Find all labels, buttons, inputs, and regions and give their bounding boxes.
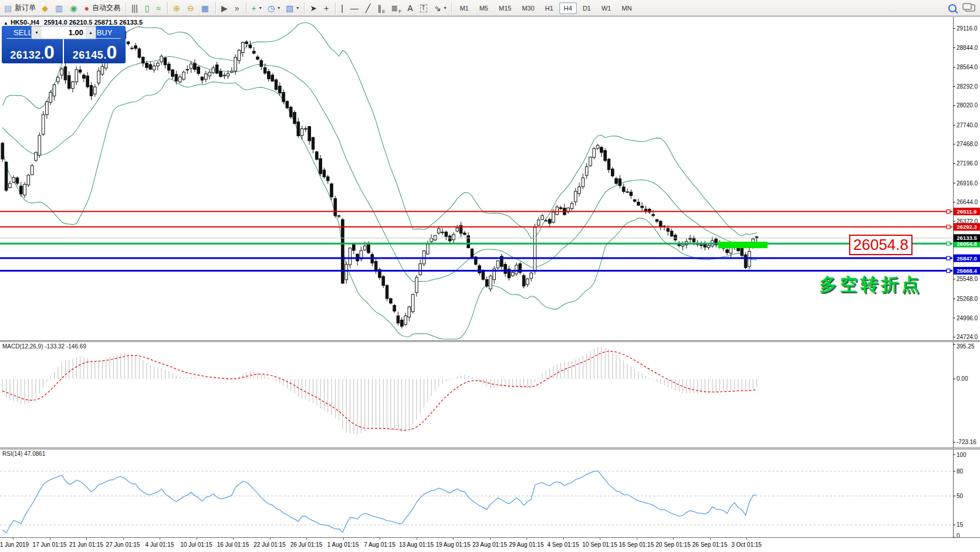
trendline-button[interactable]: ╱	[363, 1, 374, 15]
cursor-button[interactable]: ➤	[307, 1, 321, 15]
date-tick	[380, 538, 380, 540]
text-button[interactable]: A	[404, 1, 417, 15]
equidistant-channel-icon: ∥	[377, 4, 381, 12]
text-icon: A	[407, 4, 413, 12]
timeframe-m15[interactable]: M15	[494, 2, 516, 14]
date-label: 20 Sep 01:15	[655, 541, 691, 548]
candlestick-chart-button[interactable]: ▯	[142, 1, 154, 15]
hline-handle[interactable]	[947, 242, 950, 245]
indicators-icon: +	[252, 4, 256, 12]
turning-point-text[interactable]: 多空转折点	[819, 273, 922, 297]
svg-text:26916.0: 26916.0	[957, 180, 978, 187]
line-chart-button[interactable]: ≈	[154, 1, 165, 15]
zoom-in-button[interactable]: ⊕	[170, 1, 184, 15]
periods-icon: ◷	[268, 4, 275, 12]
date-label: 26 Jul 01:15	[290, 541, 323, 548]
auto-scroll-icon: ▶	[221, 4, 228, 12]
tile-windows-button[interactable]: ▦	[198, 1, 213, 15]
volume-increase-button[interactable]: ▲	[86, 26, 96, 39]
vertical-line-button[interactable]: |	[338, 1, 347, 15]
volume-decrease-button[interactable]: ▼	[32, 26, 42, 39]
timeframe-d1[interactable]: D1	[578, 2, 596, 14]
timeframe-m1[interactable]: M1	[455, 2, 473, 14]
toolbar-separator	[215, 2, 216, 14]
timeframe-w1[interactable]: W1	[597, 2, 616, 14]
date-tick	[197, 538, 197, 540]
timeframe-h1[interactable]: H1	[540, 2, 558, 14]
volume-input[interactable]	[42, 26, 86, 39]
svg-text:100: 100	[957, 452, 967, 458]
price-callout-box[interactable]: 26054.8	[849, 235, 913, 255]
timeframe-m30[interactable]: M30	[517, 2, 539, 14]
main-chart-panel[interactable]: 29116.028844.028564.028292.028020.027740…	[0, 17, 980, 340]
rsi-indicator-panel[interactable]: 1008050150 RSI(14) 47.0861	[0, 449, 980, 537]
toolbar-separator	[167, 2, 168, 14]
date-axis[interactable]: 11 Jun 201917 Jun 01:1521 Jun 01:1527 Ju…	[0, 537, 980, 552]
equidistant-channel-button[interactable]: ∥E	[374, 1, 388, 15]
search-icon[interactable]	[948, 4, 957, 12]
bar-chart-button[interactable]: |||	[129, 1, 142, 15]
date-label: 26 Sep 01:15	[692, 541, 728, 548]
fibonacci-sub-label: F	[398, 9, 401, 14]
auto-scroll-button[interactable]: ▶	[218, 1, 232, 15]
date-tick	[270, 538, 271, 540]
templates-button[interactable]: ▧▾	[283, 1, 302, 15]
fibonacci-button[interactable]: ≣F	[388, 1, 405, 15]
arrows-button[interactable]: ⇘▾	[431, 1, 450, 15]
date-tick	[86, 538, 87, 540]
toolbar-separator	[126, 2, 126, 14]
arrows-icon: ⇘	[434, 4, 441, 12]
timeframe-mn[interactable]: MN	[617, 2, 636, 14]
svg-text:28564.0: 28564.0	[957, 64, 978, 70]
date-label: 4 Jul 01:15	[146, 541, 174, 548]
date-label: 19 Aug 01:15	[436, 541, 471, 548]
hline-handle[interactable]	[947, 256, 950, 260]
chat-icon[interactable]	[965, 4, 975, 12]
chart-shift-button[interactable]: »	[232, 1, 244, 15]
date-tick	[123, 538, 124, 540]
svg-text:25668.4: 25668.4	[957, 267, 977, 274]
horizontal-line-button[interactable]: —	[347, 1, 363, 15]
chart-icon: ▲	[4, 21, 8, 26]
date-label: 16 Sep 01:15	[619, 541, 654, 548]
svg-text:0: 0	[957, 533, 960, 538]
toolbar-separator	[335, 2, 336, 14]
hline-handle[interactable]	[947, 269, 950, 273]
macd-chart-surface[interactable]: 395.250.00-723.16	[0, 342, 980, 448]
zoom-out-icon: ⊖	[187, 4, 194, 12]
text-label-button[interactable]: T	[417, 1, 431, 15]
svg-text:24724.0: 24724.0	[957, 334, 978, 340]
svg-text:15: 15	[957, 521, 964, 528]
market-watch-button[interactable]: ▥	[52, 1, 67, 15]
chart-list-icon: ◆	[42, 4, 48, 12]
periods-button[interactable]: ◷▾	[265, 1, 283, 15]
highlight-bar-object[interactable]	[718, 242, 768, 248]
signals-button[interactable]: ◉	[67, 1, 81, 15]
indicators-button[interactable]: +▾	[249, 1, 265, 15]
svg-text:28292.0: 28292.0	[957, 83, 978, 90]
zoom-out-button[interactable]: ⊖	[184, 1, 198, 15]
date-tick	[490, 538, 491, 540]
date-tick	[306, 538, 307, 540]
timeframe-m5[interactable]: M5	[475, 2, 493, 14]
date-tick	[710, 538, 711, 540]
auto-trading-button[interactable]: ●自动交易	[81, 1, 123, 15]
vertical-line-icon: |	[341, 4, 343, 12]
date-label: 7 Aug 01:15	[364, 541, 395, 548]
svg-text:0.00: 0.00	[957, 375, 968, 382]
fibonacci-icon: ≣	[391, 4, 398, 12]
hline-handle[interactable]	[947, 225, 950, 229]
chevron-down-icon: ▾	[444, 5, 446, 11]
rsi-chart-surface[interactable]: 1008050150	[0, 449, 980, 537]
chevron-down-icon: ▾	[259, 5, 262, 11]
date-label: 29 Aug 01:15	[509, 541, 544, 548]
main-toolbar: ▤新订单◆▥◉●自动交易|||▯≈⊕⊖▦▶»+▾◷▾▧▾➤+|—╱∥E≣FAT⇘…	[0, 0, 980, 16]
svg-text:26644.0: 26644.0	[957, 199, 978, 205]
trendline-icon: ╱	[366, 4, 370, 12]
crosshair-button[interactable]: +	[321, 1, 333, 15]
hline-handle[interactable]	[947, 209, 950, 213]
macd-indicator-panel[interactable]: 395.250.00-723.16 MACD(12,26,9) -133.32 …	[0, 342, 980, 448]
chart-list-button[interactable]: ◆	[39, 1, 52, 15]
new-order-button[interactable]: ▤新订单	[1, 1, 39, 15]
timeframe-h4[interactable]: H4	[559, 2, 577, 14]
